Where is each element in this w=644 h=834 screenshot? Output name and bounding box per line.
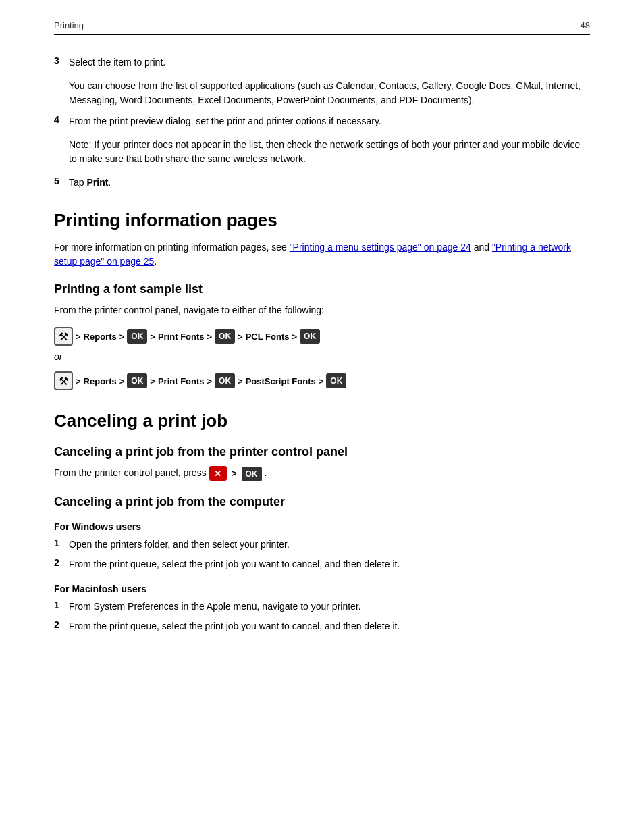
header-title: Printing xyxy=(54,20,84,30)
nav2-reports: Reports xyxy=(84,376,117,386)
header-page-number: 48 xyxy=(581,20,590,30)
windows-step-2-num: 2 xyxy=(54,557,63,571)
windows-step-1: 1 Open the printers folder, and then sel… xyxy=(54,538,590,552)
ok-badge-2b: OK xyxy=(215,373,235,388)
nav1-reports: Reports xyxy=(84,332,117,342)
wrench-icon-2: ⚒ xyxy=(54,371,73,390)
printing-info-prefix: For more information on printing informa… xyxy=(54,242,290,253)
wrench-icon-1: ⚒ xyxy=(54,327,73,346)
nav1-arrow4: > xyxy=(207,332,213,342)
section-printing-info-heading: Printing information pages xyxy=(54,210,590,231)
page-header: Printing 48 xyxy=(54,20,590,35)
step-5-prefix: Tap xyxy=(69,177,86,188)
nav-line-2: ⚒ > Reports > OK > Print Fonts > OK > Po… xyxy=(54,371,590,390)
or-text: or xyxy=(54,351,590,362)
nav2-print-fonts: Print Fonts xyxy=(158,376,205,386)
font-sample-heading: Printing a font sample list xyxy=(54,282,590,296)
cancel-computer-heading: Canceling a print job from the computer xyxy=(54,495,590,509)
mac-step-1-text: From System Preferences in the Apple men… xyxy=(69,600,361,614)
ok-badge-cancel: OK xyxy=(242,467,262,481)
step-5-number: 5 xyxy=(54,176,63,190)
windows-steps: 1 Open the printers folder, and then sel… xyxy=(54,538,590,571)
cancel-panel-text: From the printer control panel, press ✕ … xyxy=(54,466,590,481)
nav1-arrow3: > xyxy=(150,332,155,342)
step-4: 4 From the print preview dialog, set the… xyxy=(54,114,590,128)
nav2-arrow2: > xyxy=(119,376,125,386)
ok-badge-2a: OK xyxy=(127,373,147,388)
printing-info-suffix: . xyxy=(154,256,157,267)
nav1-arrow2: > xyxy=(119,332,125,342)
step-5-bold: Print xyxy=(86,177,108,188)
mac-steps: 1 From System Preferences in the Apple m… xyxy=(54,600,590,633)
mac-step-2: 2 From the print queue, select the print… xyxy=(54,619,590,633)
cancel-panel-suffix: . xyxy=(264,468,267,479)
step-5-suffix: . xyxy=(108,177,111,188)
step-3-number: 3 xyxy=(54,55,63,70)
mac-step-2-text: From the print queue, select the print j… xyxy=(69,619,400,633)
cancel-panel-heading: Canceling a print job from the printer c… xyxy=(54,445,590,459)
windows-step-1-text: Open the printers folder, and then selec… xyxy=(69,538,290,552)
printing-info-intro: For more information on printing informa… xyxy=(54,240,590,269)
ok-badge-1a: OK xyxy=(127,329,147,344)
step-3: 3 Select the item to print. xyxy=(54,55,590,70)
cancel-print-heading: Canceling a print job xyxy=(54,411,590,432)
x-badge: ✕ xyxy=(209,466,227,481)
nav2-arrow3: > xyxy=(150,376,155,386)
windows-step-1-num: 1 xyxy=(54,538,63,552)
mac-step-1: 1 From System Preferences in the Apple m… xyxy=(54,600,590,614)
mac-step-2-num: 2 xyxy=(54,619,63,633)
cancel-panel-arrow: > xyxy=(231,468,236,479)
windows-step-2: 2 From the print queue, select the print… xyxy=(54,557,590,571)
font-sample-intro: From the printer control panel, navigate… xyxy=(54,303,590,317)
windows-step-2-text: From the print queue, select the print j… xyxy=(69,557,400,571)
step-4-number: 4 xyxy=(54,114,63,128)
nav2-arrow4: > xyxy=(207,376,213,386)
ok-badge-1c: OK xyxy=(300,329,320,344)
page: Printing 48 3 Select the item to print. … xyxy=(0,0,644,834)
step-3-text: Select the item to print. xyxy=(69,55,165,70)
step-5: 5 Tap Print. xyxy=(54,176,590,190)
step-3-sub: You can choose from the list of supporte… xyxy=(69,79,590,107)
nav1-arrow5: > xyxy=(238,332,243,342)
mac-step-1-num: 1 xyxy=(54,600,63,614)
nav1-arrow1: > xyxy=(76,332,81,342)
windows-users-heading: For Windows users xyxy=(54,521,590,532)
step-4-text: From the print preview dialog, set the p… xyxy=(69,114,381,128)
nav1-pcl-fonts: PCL Fonts xyxy=(246,332,290,342)
cancel-panel-prefix: From the printer control panel, press xyxy=(54,468,209,479)
printing-info-link1[interactable]: "Printing a menu settings page" on page … xyxy=(290,242,471,253)
nav2-arrow5: > xyxy=(238,376,243,386)
nav1-arrow6: > xyxy=(292,332,297,342)
nav1-print-fonts: Print Fonts xyxy=(158,332,205,342)
printing-info-middle: and xyxy=(471,242,492,253)
ok-badge-1b: OK xyxy=(215,329,235,344)
nav-line-1: ⚒ > Reports > OK > Print Fonts > OK > PC… xyxy=(54,327,590,346)
step-5-text: Tap Print. xyxy=(69,176,111,190)
nav2-arrow6: > xyxy=(319,376,324,386)
ok-badge-2c: OK xyxy=(326,373,346,388)
nav2-postscript-fonts: PostScript Fonts xyxy=(246,376,316,386)
step-4-note: Note: If your printer does not appear in… xyxy=(69,138,590,166)
mac-users-heading: For Macintosh users xyxy=(54,583,590,594)
nav2-arrow1: > xyxy=(76,376,81,386)
